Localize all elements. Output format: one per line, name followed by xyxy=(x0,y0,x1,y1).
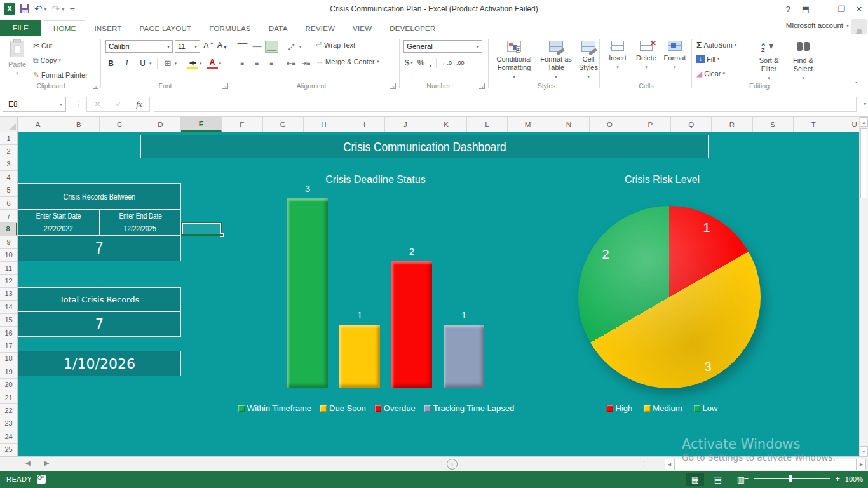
column-header-G[interactable]: G xyxy=(263,117,304,132)
cell-styles-button[interactable]: Cell Styles▾ xyxy=(576,38,601,88)
currency-dropdown-icon[interactable]: ▾ xyxy=(410,60,413,65)
column-header-Q[interactable]: Q xyxy=(671,117,712,132)
delete-cells-button[interactable]: ✕ Delete▾ xyxy=(633,38,660,88)
align-left-button[interactable]: ≡ xyxy=(236,57,249,69)
row-header-23[interactable]: 23 xyxy=(0,417,17,430)
borders-dropdown-icon[interactable]: ▾ xyxy=(175,61,177,66)
row-header-15[interactable]: 15 xyxy=(0,314,17,327)
close-button[interactable]: ✕ xyxy=(850,1,868,17)
row-header-12[interactable]: 12 xyxy=(0,274,17,287)
select-all-corner[interactable] xyxy=(0,117,18,132)
scroll-left-icon[interactable]: ◀ xyxy=(665,459,674,470)
column-header-J[interactable]: J xyxy=(385,117,426,132)
formula-input[interactable] xyxy=(154,97,857,112)
row-header-11[interactable]: 11 xyxy=(0,262,17,274)
conditional-formatting-button[interactable]: ≠ Conditional Formatting▾ xyxy=(493,38,535,88)
align-right-button[interactable]: ≡ xyxy=(265,57,278,69)
row-header-17[interactable]: 17 xyxy=(0,339,17,352)
align-center-button[interactable]: ≡ xyxy=(250,57,264,69)
column-header-B[interactable]: B xyxy=(58,117,99,132)
worksheet-area[interactable]: Crisis Communication Dashboard Crisis Re… xyxy=(18,132,859,456)
orientation-button[interactable]: ⤢ xyxy=(285,41,298,53)
zoom-slider[interactable] xyxy=(754,478,830,479)
fill-color-button[interactable]: ◂▸ xyxy=(187,57,198,69)
autosum-button[interactable]: Σ AutoSum▾ xyxy=(696,40,736,50)
copy-button[interactable]: ⧉Copy▾ xyxy=(33,56,61,65)
currency-button[interactable]: $ xyxy=(405,58,409,67)
formula-bar-resize-handle[interactable]: ⋮ xyxy=(75,100,83,109)
middle-align-button[interactable]: ── xyxy=(250,41,264,53)
wrap-text-button[interactable]: ⏎Wrap Text xyxy=(316,41,355,50)
insert-cells-button[interactable]: ← Insert▾ xyxy=(605,38,630,88)
row-header-6[interactable]: 6 xyxy=(0,197,17,210)
row-header-24[interactable]: 24 xyxy=(0,430,17,443)
percent-button[interactable]: % xyxy=(417,58,425,67)
row-header-19[interactable]: 19 xyxy=(0,365,17,378)
ribbon-tab-insert[interactable]: INSERT xyxy=(85,21,130,36)
increase-decimal-button[interactable]: ←.0 xyxy=(441,60,452,66)
confirm-entry-icon[interactable]: ✓ xyxy=(115,100,121,109)
bar-overdue[interactable] xyxy=(391,261,432,388)
merge-center-button[interactable]: ⇔Merge & Center▾ xyxy=(316,57,379,66)
italic-button[interactable]: I xyxy=(121,57,132,69)
row-header-16[interactable]: 16 xyxy=(0,327,17,339)
zoom-out-icon[interactable]: − xyxy=(744,474,749,484)
row-header-13[interactable]: 13 xyxy=(0,288,17,301)
bold-button[interactable]: B xyxy=(105,57,116,69)
sheet-nav-left-icon[interactable]: ◀ xyxy=(25,459,31,466)
column-header-R[interactable]: R xyxy=(712,117,752,132)
ribbon-tab-view[interactable]: VIEW xyxy=(344,21,381,36)
format-cells-button[interactable]: Format▾ xyxy=(661,38,689,88)
cancel-entry-icon[interactable]: ✕ xyxy=(94,100,100,109)
name-box[interactable]: E8 ▾ xyxy=(3,97,66,112)
new-sheet-button[interactable]: + xyxy=(447,459,458,470)
end-date-value-cell[interactable]: 12/22/2025 xyxy=(100,222,182,236)
row-header-9[interactable]: 9 xyxy=(0,236,17,248)
alignment-dialog-launcher[interactable] xyxy=(390,83,396,89)
column-header-O[interactable]: O xyxy=(590,117,630,132)
find-select-button[interactable]: Find & Select▾ xyxy=(788,38,818,88)
fill-handle[interactable] xyxy=(220,233,224,237)
page-layout-view-button[interactable]: ▤ xyxy=(709,473,727,486)
grow-font-button[interactable]: A▲ xyxy=(203,41,214,50)
normal-view-button[interactable]: ▦ xyxy=(686,473,704,486)
row-header-10[interactable]: 10 xyxy=(0,249,17,262)
fill-color-dropdown-icon[interactable]: ▾ xyxy=(200,61,202,66)
underline-dropdown-icon[interactable]: ▾ xyxy=(149,61,152,66)
column-header-S[interactable]: S xyxy=(753,117,794,132)
bar-tracking-time-lapsed[interactable] xyxy=(444,325,484,388)
comma-button[interactable]: , xyxy=(429,57,431,68)
paste-button[interactable]: Paste ▾ xyxy=(4,38,31,88)
undo-icon[interactable]: ↶ xyxy=(34,4,43,13)
clear-button[interactable]: ◢ Clear▾ xyxy=(696,69,725,78)
format-painter-button[interactable]: ✎Format Painter xyxy=(33,71,88,79)
ribbon-tab-page-layout[interactable]: PAGE LAYOUT xyxy=(131,21,201,36)
scroll-down-icon[interactable]: ▼ xyxy=(860,446,868,456)
restore-button[interactable]: ❐ xyxy=(832,1,850,17)
column-header-D[interactable]: D xyxy=(140,117,181,132)
orientation-dropdown-icon[interactable]: ▾ xyxy=(299,44,302,50)
column-header-M[interactable]: M xyxy=(508,117,548,132)
minimize-button[interactable]: – xyxy=(815,1,832,17)
underline-button[interactable]: U xyxy=(137,57,148,69)
decrease-indent-button[interactable]: ⇤≡ xyxy=(285,57,298,69)
row-header-4[interactable]: 4 xyxy=(0,171,17,184)
borders-button[interactable]: ⊞ xyxy=(163,57,173,69)
column-header-E[interactable]: E xyxy=(181,117,222,132)
column-header-I[interactable]: I xyxy=(344,117,385,132)
save-icon[interactable] xyxy=(20,4,29,13)
font-dialog-launcher[interactable] xyxy=(222,83,228,89)
undo-dropdown-icon[interactable]: ▾ xyxy=(44,6,47,12)
ribbon-tab-data[interactable]: DATA xyxy=(260,21,297,36)
ribbon-tab-home[interactable]: HOME xyxy=(44,20,85,36)
top-align-button[interactable]: ▔▔ xyxy=(236,41,249,53)
column-header-P[interactable]: P xyxy=(630,117,671,132)
row-header-2[interactable]: 2 xyxy=(0,145,17,158)
font-name-select[interactable]: Calibri▾ xyxy=(105,40,173,53)
row-header-8[interactable]: 8 xyxy=(0,223,17,236)
shrink-font-button[interactable]: A▼ xyxy=(217,41,227,50)
font-size-select[interactable]: 11▾ xyxy=(175,40,200,53)
scroll-right-icon[interactable]: ▶ xyxy=(857,459,866,470)
row-header-22[interactable]: 22 xyxy=(0,404,17,417)
zoom-in-icon[interactable]: + xyxy=(835,474,840,484)
